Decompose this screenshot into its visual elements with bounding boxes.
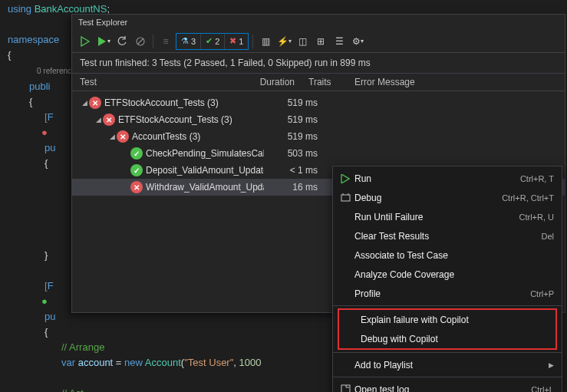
settings-icon[interactable]: ⚙▾ xyxy=(349,33,366,50)
expand-icon[interactable]: ◢ xyxy=(80,99,89,107)
test-name: AccountTests (3) xyxy=(132,131,264,142)
test-name: Withdraw_ValidAmount_Update… xyxy=(146,182,264,193)
menu-debug[interactable]: DebugCtrl+R, Ctrl+T xyxy=(333,188,562,207)
menu-shortcut: Ctrl+R, U xyxy=(519,212,554,222)
svg-rect-2 xyxy=(341,195,350,201)
summary-pills: ⚗3 ✔2 ✖1 xyxy=(176,33,249,50)
menu-run[interactable]: RunCtrl+R, T xyxy=(333,169,562,188)
test-duration: 519 ms xyxy=(264,97,318,108)
lightning-icon[interactable]: ⚡▾ xyxy=(275,33,292,50)
submenu-icon: ▶ xyxy=(549,361,554,369)
test-name: ETFStockAccount_Tests (3) xyxy=(118,114,264,125)
menu-profile[interactable]: ProfileCtrl+P xyxy=(333,284,562,303)
menu-shortcut: Ctrl+R, T xyxy=(520,174,554,183)
expand-icon[interactable]: ◢ xyxy=(94,116,103,124)
openlog-icon xyxy=(336,384,354,392)
fail-icon: ✕ xyxy=(117,130,129,143)
header-duration[interactable]: Duration xyxy=(241,77,295,87)
test-duration: 519 ms xyxy=(264,131,318,142)
menu-clear-test-results[interactable]: Clear Test ResultsDel xyxy=(333,226,562,245)
fail-icon: ✕ xyxy=(89,97,101,109)
layout-icon[interactable]: ◫ xyxy=(294,33,311,50)
menu-label: Open test log xyxy=(354,384,531,393)
menu-add-to-playlist[interactable]: Add to Playlist▶ xyxy=(333,355,562,374)
menu-label: Debug with Copilot xyxy=(361,334,548,344)
fail-icon: ✕ xyxy=(103,114,115,126)
menu-open-test-log[interactable]: Open test logCtrl+L xyxy=(333,380,562,392)
menu-label: Explain failure with Copilot xyxy=(361,315,548,325)
toolbar: ▾ ≡ ⚗3 ✔2 ✖1 ▥ ⚡▾ ◫ ⊞ ☰ ⚙▾ xyxy=(72,30,565,53)
test-row[interactable]: ✓CheckPending_SimulatesCalcul…503 ms xyxy=(72,145,565,162)
test-name: Deposit_ValidAmount_Updates… xyxy=(146,165,264,176)
panel-title: Test Explorer xyxy=(72,15,565,30)
stop-button[interactable] xyxy=(132,33,149,50)
menu-label: Profile xyxy=(354,288,530,299)
test-row[interactable]: ◢✕AccountTests (3)519 ms xyxy=(72,128,565,145)
menu-label: Debug xyxy=(354,193,502,203)
header-error[interactable]: Error Message xyxy=(354,77,557,87)
pass-icon: ✓ xyxy=(130,147,143,160)
run-all-button[interactable] xyxy=(77,33,94,50)
test-duration: 503 ms xyxy=(264,148,318,159)
run-button[interactable]: ▾ xyxy=(95,33,112,50)
menu-label: Analyze Code Coverage xyxy=(354,269,554,280)
menu-label: Add to Playlist xyxy=(354,360,549,371)
status-line: Test run finished: 3 Tests (2 Passed, 1 … xyxy=(72,53,565,74)
header-traits[interactable]: Traits xyxy=(308,77,354,87)
menu-shortcut: Ctrl+P xyxy=(530,289,554,298)
pill-failed[interactable]: ✖1 xyxy=(224,34,248,49)
column-headers: Test Duration Traits Error Message xyxy=(72,74,565,91)
copilot-highlight: Explain failure with CopilotDebug with C… xyxy=(338,308,557,350)
test-duration: 519 ms xyxy=(264,114,318,125)
test-row[interactable]: ◢✕ETFStockAccount_Tests (3)519 ms xyxy=(72,111,565,128)
expand-icon[interactable]: ◢ xyxy=(107,133,117,140)
play-icon xyxy=(336,174,354,183)
svg-line-1 xyxy=(137,38,143,44)
menu-run-until-failure[interactable]: Run Until FailureCtrl+R, U xyxy=(333,207,562,226)
menu-label: Run Until Failure xyxy=(354,212,519,222)
test-row[interactable]: ◢✕ETFStockAccount_Tests (3)519 ms xyxy=(72,94,565,111)
columns-icon[interactable]: ☰ xyxy=(331,33,348,50)
pill-total[interactable]: ⚗3 xyxy=(176,34,200,49)
playlist-icon[interactable]: ▥ xyxy=(257,33,274,50)
menu-associate-to-test-case[interactable]: Associate to Test Case xyxy=(333,245,562,265)
test-name: ETFStockAccount_Tests (3) xyxy=(104,97,264,108)
pill-passed[interactable]: ✔2 xyxy=(200,34,224,49)
test-name: CheckPending_SimulatesCalcul… xyxy=(146,148,264,159)
menu-debug-with-copilot[interactable]: Debug with Copilot xyxy=(339,329,555,348)
test-duration: < 1 ms xyxy=(264,165,318,176)
menu-label: Clear Test Results xyxy=(354,231,541,242)
pass-icon: ✓ xyxy=(130,164,143,176)
debug-icon xyxy=(336,193,354,203)
repeat-button[interactable] xyxy=(114,33,130,50)
menu-label: Run xyxy=(354,173,520,184)
menu-analyze-code-coverage[interactable]: Analyze Code Coverage xyxy=(333,265,562,284)
group-icon[interactable]: ⊞ xyxy=(312,33,329,50)
menu-explain-failure-with-copilot[interactable]: Explain failure with Copilot xyxy=(339,310,555,329)
menu-shortcut: Ctrl+R, Ctrl+T xyxy=(502,193,554,203)
menu-shortcut: Del xyxy=(541,232,554,241)
filter-button[interactable]: ≡ xyxy=(157,33,174,50)
test-duration: 16 ms xyxy=(264,182,318,193)
header-test[interactable]: Test xyxy=(80,77,241,87)
menu-shortcut: Ctrl+L xyxy=(531,385,554,393)
menu-label: Associate to Test Case xyxy=(354,250,554,261)
fail-icon: ✕ xyxy=(130,181,143,193)
context-menu: RunCtrl+R, TDebugCtrl+R, Ctrl+TRun Until… xyxy=(332,166,562,392)
